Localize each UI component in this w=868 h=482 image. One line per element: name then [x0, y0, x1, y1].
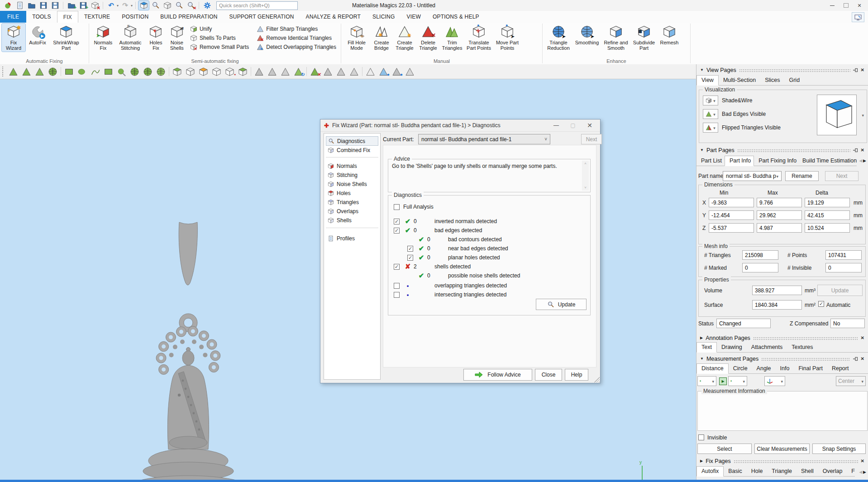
tab-grid[interactable]: Grid — [784, 76, 804, 85]
pin-icon[interactable] — [853, 357, 858, 361]
zoom-button[interactable] — [174, 1, 184, 10]
measure-play-button[interactable]: ▶ — [719, 377, 727, 385]
shaded-view-button[interactable] — [138, 1, 149, 10]
ribbon-normals-fix-button[interactable]: ➤ Normals Fix — [91, 24, 115, 52]
shells-checkbox[interactable] — [394, 264, 400, 270]
ribbon-shrinkwrap-part-button[interactable]: ShrinkWrap Part — [50, 24, 82, 52]
tab-clipped[interactable]: F — [847, 467, 855, 476]
ribbon-filter-sharp-triangles-button[interactable]: Filter Sharp Triangles — [257, 25, 336, 33]
save-file-button[interactable] — [38, 1, 48, 10]
tab-final-part[interactable]: Final Part — [794, 364, 827, 373]
hole-triangle-icon[interactable] — [364, 66, 377, 77]
dialog-title-bar[interactable]: ✚ Fix Wizard (Part: normal stl- Buddha p… — [320, 119, 600, 132]
automatic-surface-checkbox[interactable] — [818, 301, 824, 307]
plane-triangle-icon[interactable] — [348, 66, 361, 77]
invisible-count-field[interactable]: 0 — [825, 263, 862, 272]
update-volume-button[interactable]: Update — [817, 285, 863, 296]
measure-point-2-dropdown[interactable]: • — [728, 376, 747, 386]
y-min-field[interactable]: -12.454 — [709, 210, 754, 220]
intersecting-triangles-checkbox[interactable] — [394, 292, 400, 298]
open-file-button[interactable] — [26, 1, 37, 10]
z-delta-field[interactable]: 10.524 — [805, 223, 850, 233]
mark-colored-cube-icon[interactable] — [197, 66, 210, 77]
sidebar-item-normals[interactable]: Normals — [326, 162, 378, 170]
mark-inner-cube-icon[interactable]: ▪ — [223, 66, 236, 77]
pin-icon[interactable] — [853, 68, 858, 72]
ribbon-unify-button[interactable]: Unify — [190, 25, 249, 33]
inverted-normals-checkbox[interactable] — [394, 219, 400, 224]
planar-holes-checkbox[interactable] — [407, 255, 413, 261]
mark-window-icon[interactable] — [102, 66, 115, 77]
shell-triangle-icon[interactable] — [321, 66, 334, 77]
volume-field[interactable]: 388.927 — [752, 286, 802, 295]
mark-plane-icon[interactable] — [20, 66, 33, 77]
near-bad-edges-checkbox[interactable] — [407, 246, 413, 252]
dialog-close-icon[interactable]: ✕ — [583, 122, 596, 129]
annotation-pages-header[interactable]: ▶ Annotation Pages ✕ — [696, 334, 868, 342]
menu-analyze-report[interactable]: ANALYZE & REPORT — [300, 11, 367, 23]
menu-slicing[interactable]: SLICING — [367, 11, 401, 23]
mark-through-cube-icon[interactable] — [236, 66, 249, 77]
ribbon-holes-fix-button[interactable]: ▼ Holes Fix — [145, 24, 166, 52]
save-as-button[interactable] — [50, 1, 60, 10]
clear-measurements-button[interactable]: Clear Measurements — [754, 444, 810, 454]
mark-shell-icon[interactable] — [46, 66, 59, 77]
sidebar-item-profiles[interactable]: Profiles — [326, 234, 378, 243]
settings-gear-icon[interactable] — [202, 1, 212, 10]
rename-part-button[interactable]: Rename — [785, 171, 819, 181]
tab-part-list[interactable]: Part List — [696, 156, 725, 166]
ribbon-delete-triangle-button[interactable]: ✕ Delete Triangle — [416, 24, 440, 52]
bad-edges-checkbox[interactable] — [394, 228, 400, 234]
advice-scrollbar[interactable]: ˄˅ — [582, 161, 589, 191]
dialog-maximize-button[interactable]: ▢ — [566, 122, 580, 129]
fix-pages-header[interactable]: ▶ Fix Pages ✕ — [696, 457, 868, 465]
collapse-arrow-icon[interactable]: ▼ — [700, 148, 704, 152]
scroll-left-icon[interactable]: ◀ — [859, 158, 862, 163]
ribbon-remove-small-parts-button[interactable]: ✕Remove Small Parts — [190, 43, 249, 51]
mark-rectangle-icon[interactable] — [62, 66, 76, 77]
status-field[interactable]: Changed — [716, 319, 771, 328]
x-delta-field[interactable]: 19.129 — [805, 198, 850, 207]
export-part-button[interactable]: + — [78, 1, 88, 10]
ribbon-subdivide-part-button[interactable]: ▦ Subdivide Part — [630, 24, 658, 52]
tab-slices[interactable]: Slices — [760, 76, 784, 85]
tab-distance[interactable]: Distance — [696, 363, 729, 374]
close-section-icon[interactable]: ✕ — [861, 148, 864, 153]
menu-texture[interactable]: TEXTURE — [78, 11, 116, 23]
buddha-pendant-model[interactable] — [117, 214, 262, 480]
ribbon-noise-shells-button[interactable]: ⇄ Noise Shells — [167, 24, 187, 52]
mark-shell-cube-icon[interactable] — [184, 66, 197, 77]
collapse-arrow-icon[interactable]: ▼ — [700, 357, 704, 361]
x-min-field[interactable]: -9.363 — [709, 198, 754, 207]
ribbon-shells-to-parts-button[interactable]: Shells To Parts — [190, 34, 249, 42]
mark-disc-icon[interactable] — [141, 66, 154, 77]
ribbon-trim-triangles-button[interactable]: Trim Triangles — [440, 24, 464, 52]
mark-volume-cube-icon[interactable] — [210, 66, 223, 77]
menu-view[interactable]: VIEW — [401, 11, 426, 23]
select-with-arrows-icon[interactable]: ↻ — [292, 66, 305, 77]
tab-circle[interactable]: Circle — [729, 364, 752, 373]
menu-support-generation[interactable]: SUPPORT GENERATION — [224, 11, 300, 23]
mark-free-form-icon[interactable] — [76, 66, 89, 77]
scroll-up-icon[interactable]: ˄ — [584, 162, 587, 166]
menu-file[interactable]: FILE — [0, 11, 26, 23]
tab-view[interactable]: View — [696, 75, 719, 86]
full-analysis-checkbox[interactable] — [394, 204, 400, 210]
wireframe-view-button[interactable] — [150, 1, 161, 10]
mark-polyline-icon[interactable] — [89, 66, 102, 77]
ribbon-fix-wizard-button[interactable]: ✱✦ Fix Wizard — [2, 24, 25, 52]
ribbon-refine-and-smooth-button[interactable]: Refine and Smooth — [601, 24, 630, 52]
bad-edges-dropdown[interactable] — [703, 109, 718, 119]
measure-axis-dropdown[interactable] — [764, 376, 785, 386]
help-button[interactable]: Help — [565, 369, 588, 381]
ribbon-remesh-button[interactable]: Remesh — [658, 24, 681, 46]
preview-dropdown-arrow[interactable] — [862, 112, 864, 118]
tab-hole[interactable]: Hole — [747, 467, 768, 476]
view-pages-header[interactable]: ▼ View Pages ✕ — [696, 66, 868, 74]
mark-curved-surface-icon[interactable] — [33, 66, 46, 77]
ribbon-create-triangle-button[interactable]: ✷ Create Triangle — [393, 24, 416, 52]
quick-search-input[interactable] — [216, 1, 298, 10]
tab-info[interactable]: Info — [776, 364, 794, 373]
unzoom-button[interactable]: ✕ — [186, 1, 196, 10]
sidebar-item-diagnostics[interactable]: Diagnostics — [326, 136, 378, 146]
